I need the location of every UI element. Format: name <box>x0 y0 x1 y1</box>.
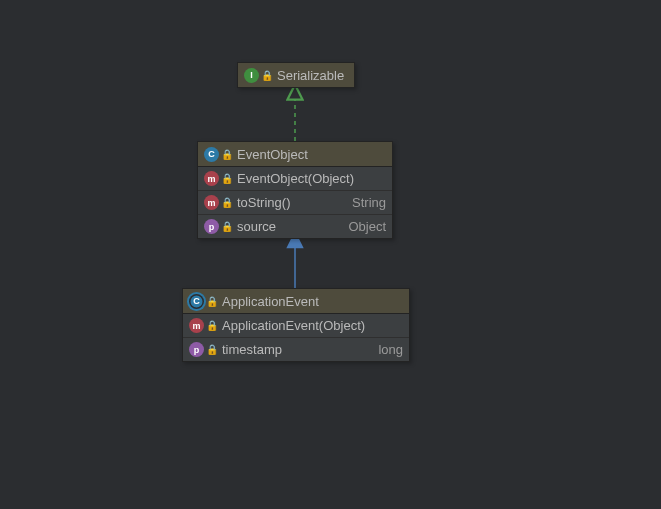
method-icon: m <box>189 318 204 333</box>
member-name: EventObject(Object) <box>237 171 378 186</box>
lock-icon: 🔒 <box>206 320 218 331</box>
method-icon: m <box>204 171 219 186</box>
lock-icon: 🔒 <box>221 173 233 184</box>
lock-icon: 🔒 <box>221 197 233 208</box>
node-title: I 🔒 Serializable <box>238 63 354 87</box>
member-row[interactable]: p 🔒 source Object <box>198 215 392 238</box>
class-name: Serializable <box>277 68 348 83</box>
member-row[interactable]: m 🔒 ApplicationEvent(Object) <box>183 314 409 338</box>
interface-icon: I <box>244 68 259 83</box>
uml-diagram-canvas[interactable]: I 🔒 Serializable C 🔒 EventObject m 🔒 Eve… <box>0 0 661 509</box>
property-icon: p <box>189 342 204 357</box>
member-type: String <box>344 195 386 210</box>
class-node-eventobject[interactable]: C 🔒 EventObject m 🔒 EventObject(Object) … <box>197 141 393 239</box>
property-icon: p <box>204 219 219 234</box>
class-node-applicationevent[interactable]: C 🔒 ApplicationEvent m 🔒 ApplicationEven… <box>182 288 410 362</box>
lock-icon: 🔒 <box>221 149 233 160</box>
node-title: C 🔒 EventObject <box>198 142 392 167</box>
member-type: long <box>370 342 403 357</box>
class-name: ApplicationEvent <box>222 294 403 309</box>
member-name: toString() <box>237 195 344 210</box>
lock-icon: 🔒 <box>221 221 233 232</box>
member-name: timestamp <box>222 342 370 357</box>
member-type: Object <box>340 219 386 234</box>
class-node-serializable[interactable]: I 🔒 Serializable <box>237 62 355 88</box>
lock-icon: 🔒 <box>206 344 218 355</box>
lock-icon: 🔒 <box>206 296 218 307</box>
method-icon: m <box>204 195 219 210</box>
class-name: EventObject <box>237 147 386 162</box>
lock-icon: 🔒 <box>261 70 273 81</box>
member-row[interactable]: m 🔒 EventObject(Object) <box>198 167 392 191</box>
class-icon: C <box>189 294 204 309</box>
member-row[interactable]: p 🔒 timestamp long <box>183 338 409 361</box>
member-name: source <box>237 219 340 234</box>
member-row[interactable]: m 🔒 toString() String <box>198 191 392 215</box>
class-icon: C <box>204 147 219 162</box>
member-name: ApplicationEvent(Object) <box>222 318 395 333</box>
node-title: C 🔒 ApplicationEvent <box>183 289 409 314</box>
